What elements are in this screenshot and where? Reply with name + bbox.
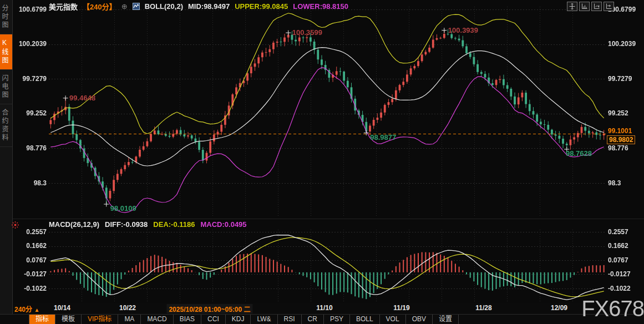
toolbar-item-4[interactable]: MACD xyxy=(141,315,173,324)
price-axis-label-right-3: 99.252 xyxy=(608,109,628,117)
macd-axis-label-left-3: -0.0127 xyxy=(12,270,47,278)
price-axis-label-left-5: 98.3 xyxy=(12,179,47,187)
time-tick-1: 10/22 xyxy=(119,304,136,312)
price-axis-label-left-4: 98.776 xyxy=(12,144,47,152)
price-axis-label-left-0: 100.6799 xyxy=(12,6,47,13)
toolbar-item-14[interactable]: OBV xyxy=(406,315,433,324)
price-axis-label-left-2: 99.7279 xyxy=(12,75,47,83)
macd-dea-value: DEA:-0.1186 xyxy=(153,220,195,229)
toolbar-item-0[interactable]: 指标 xyxy=(29,315,55,324)
panel-divider xyxy=(0,219,644,219)
time-tick-6: 12/09 xyxy=(551,304,567,312)
time-axis: 240分 ▲ 10/1410/222025/10/28 01:00~05:00 … xyxy=(0,303,644,314)
boll-chart-icon xyxy=(133,3,140,10)
sidebar-item-3[interactable]: 合约资料 xyxy=(0,104,12,147)
time-tick-3: 11/10 xyxy=(316,304,332,312)
indicator-toolbar: 指标模板VIP指标MAMACDBIASCCIKDJLW&RSICRPSYBOLL… xyxy=(0,314,644,324)
sidebar-item-2[interactable]: 闪电图 xyxy=(0,70,12,104)
macd-axis-label-right-4: -0.1022 xyxy=(608,285,631,292)
toolbar-item-12[interactable]: BOLL xyxy=(350,315,380,324)
price-axis-label-left-3: 99.252 xyxy=(12,109,47,117)
trading-app-window: 分时图K线图闪电图合约资料 美元指数 【240分】 ⊕ BOLL(20,2) M… xyxy=(0,0,644,324)
pane-layout-3-icon[interactable] xyxy=(604,2,614,11)
price-axis-label-right-4: 98.776 xyxy=(608,144,628,152)
price-axis-label-right-1: 100.2039 xyxy=(608,40,636,48)
toolbar-item-8[interactable]: LW& xyxy=(251,315,277,324)
macd-axis-label-left-4: -0.1022 xyxy=(12,285,47,292)
macd-axis-label-right-2: 0.0767 xyxy=(608,256,628,264)
toolbar-item-7[interactable]: KDJ xyxy=(226,315,251,324)
period-up-arrow-icon: ▲ xyxy=(34,307,39,313)
sidebar-item-0[interactable]: 分时图 xyxy=(0,0,12,34)
chart-header: 美元指数 【240分】 ⊕ BOLL(20,2) MID:98.9497 UPP… xyxy=(49,2,348,11)
macd-axis-label-right-0: 0.2557 xyxy=(608,228,628,236)
indicator-settings-icon[interactable] xyxy=(11,221,19,229)
toolbar-item-15[interactable]: 设置 xyxy=(433,315,459,324)
sidebar: 分时图K线图闪电图合约资料 xyxy=(0,0,13,324)
price-axis-label-right-5: 98.3 xyxy=(608,179,621,187)
macd-diff-value: DIFF:-0.0938 xyxy=(105,220,148,229)
boll-label: BOLL(20,2) xyxy=(145,2,183,11)
pane-layout-2-icon[interactable] xyxy=(591,2,602,11)
toolbar-item-1[interactable]: 模板 xyxy=(55,315,82,324)
toolbar-item-13[interactable]: VOL xyxy=(380,315,406,324)
boll-upper-value: UPPER:99.0845 xyxy=(235,2,288,11)
price-axis-label-right-2: 99.7279 xyxy=(608,75,632,83)
boll-lower-value: LOWER:98.8150 xyxy=(293,2,348,11)
period-selector-label: 240分 xyxy=(14,306,32,313)
symbol-title: 美元指数 xyxy=(49,1,78,12)
price-axis-label-left-1: 100.2039 xyxy=(12,40,47,48)
toolbar-item-2[interactable]: VIP指标 xyxy=(82,315,118,324)
link-icon[interactable]: ⊕ xyxy=(121,2,128,11)
sidebar-item-1[interactable]: K线图 xyxy=(0,34,12,70)
chart-toolbar-icons xyxy=(567,2,614,11)
toolbar-item-10[interactable]: CR xyxy=(302,315,324,324)
time-tick-2: 2025/10/28 01:00~05:00 二 xyxy=(166,304,252,313)
macd-label: MACD(26,12,9) xyxy=(49,220,99,229)
time-tick-5: 11/28 xyxy=(475,304,491,312)
macd-axis-label-right-3: -0.0127 xyxy=(608,270,631,278)
macd-axis-label-left-2: 0.0767 xyxy=(12,256,47,264)
period-badge: 【240分】 xyxy=(83,1,116,12)
time-tick-4: 11/19 xyxy=(393,304,409,312)
toolbar-item-6[interactable]: CCI xyxy=(201,315,226,324)
toolbar-item-9[interactable]: RSI xyxy=(278,315,302,324)
macd-axis-label-left-1: 0.1662 xyxy=(12,242,47,250)
toolbar-item-11[interactable]: PSY xyxy=(324,315,350,324)
current-price-label: 98.9802 xyxy=(607,135,635,144)
period-selector[interactable]: 240分 ▲ xyxy=(14,304,39,313)
boll-mid-value: MID:98.9497 xyxy=(188,2,230,11)
pane-layout-1-icon[interactable] xyxy=(579,2,590,11)
toolbar-item-3[interactable]: MA xyxy=(118,315,141,324)
move-crosshair-icon[interactable] xyxy=(567,2,577,11)
macd-hist-value: MACD:0.0495 xyxy=(201,220,247,229)
prev-close-label: 99.1001 xyxy=(608,127,632,135)
kline-chart-canvas[interactable] xyxy=(0,0,644,324)
macd-header: MACD(26,12,9) DIFF:-0.0938 DEA:-0.1186 M… xyxy=(49,220,247,229)
time-tick-0: 10/14 xyxy=(54,304,70,312)
toolbar-item-5[interactable]: BIAS xyxy=(174,315,201,324)
macd-axis-label-right-1: 0.1662 xyxy=(608,242,628,250)
